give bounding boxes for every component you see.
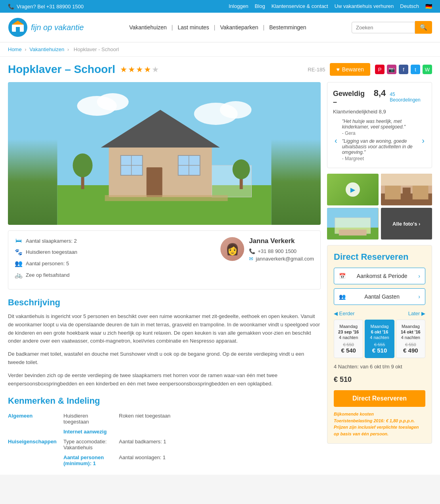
main-nav: Vakantiehuizen | Last minutes | Vakantie… (126, 23, 310, 32)
photo-thumb-video[interactable]: ▶ (327, 174, 379, 205)
nav-vakantiehuizen[interactable]: Vakantiehuizen (126, 23, 170, 32)
content: Hopklaver – Schoorl ★ ★ ★ ★ ★ RE-185 ♥ B… (0, 57, 440, 475)
aankomst-periode-button[interactable]: 📅 Aankomst & Periode › (334, 268, 425, 284)
bewaren-button[interactable]: ♥ Bewaren (330, 63, 370, 76)
page: Hopklaver – Schoorl ★ ★ ★ ★ ★ RE-185 ♥ B… (0, 57, 440, 475)
facebook-icon[interactable]: f (399, 65, 408, 74)
search-button[interactable]: 🔍 (415, 21, 432, 34)
contact-phone-line: 📞 +31 88 900 1500 (249, 248, 314, 254)
date-3-price-orig: € 550 (399, 342, 423, 347)
re-code: RE-185 (308, 67, 325, 73)
star-3: ★ (136, 65, 143, 74)
description-section: Beschrijving Dit vakantiehuis is ingeric… (8, 297, 321, 388)
kenmerken-huisdieren: Huisdieren toegestaan (63, 411, 119, 427)
breadcrumb-home[interactable]: Home (8, 46, 22, 52)
direct-reserve-button[interactable]: Direct Reserveren (334, 390, 425, 407)
header: fijn op vakantie Vakantiehuizen | Last m… (0, 13, 440, 42)
social-icons: P 📷 f t W (375, 65, 432, 74)
pinterest-icon[interactable]: P (375, 65, 385, 74)
kenmerken-empty-1 (119, 427, 321, 437)
later-button[interactable]: Later ▶ (408, 310, 425, 316)
feature-huisdieren: 🐾 Huisdieren toegestaan (15, 248, 212, 256)
property-features: 🛏 Aantal slaapkamers: 2 🐾 Huisdieren toe… (15, 237, 212, 283)
side-column: Geweldig – 8,4 45 Beoordelingen Klantvri… (327, 82, 432, 468)
eerder-button[interactable]: ◀ Eerder (334, 310, 355, 316)
logo[interactable]: fijn op vakantie (8, 17, 84, 37)
feature-personen-text: Aantal personen: 5 (26, 261, 69, 266)
review-1-author: - Gera (342, 130, 417, 136)
pets-icon: 🐾 (15, 248, 23, 256)
date-2-nights: 4 nachten (367, 335, 391, 340)
date-3-price-disc: € 490 (399, 347, 423, 354)
nav-deutsch[interactable]: Deutsch (400, 3, 419, 10)
kenmerken-type: Type accomodatie: Vakantiehuis (63, 437, 119, 452)
feature-personen: 👥 Aantal personen: 5 (15, 260, 212, 267)
breadcrumb-vakantiehuizen[interactable]: Vakantiehuizen (29, 46, 64, 52)
date-3-day: Maandag (399, 324, 423, 329)
svg-rect-18 (147, 167, 163, 197)
date-col-2[interactable]: Maandag 6 okt '16 4 nachten € 555 € 510 (365, 320, 394, 358)
photo-thumb-2[interactable] (381, 174, 432, 205)
play-button[interactable]: ▶ (346, 182, 360, 197)
star-2: ★ (128, 65, 135, 74)
nav-sep-3: | (263, 24, 265, 31)
contact-info: 👩 Janna Verkerk 📞 +31 88 900 1500 ✉ jann… (220, 237, 314, 283)
kenmerken-section: Kenmerken & Indeling Algemeen Huisdieren… (8, 396, 321, 468)
date-1-date: 23 sep '16 (337, 330, 360, 334)
contact-phone: +31 88 900 1500 (258, 248, 297, 254)
svg-point-24 (233, 159, 250, 179)
contact-phone-icon: 📞 (249, 248, 255, 254)
nav-sep-1: | (172, 24, 173, 31)
nav-klantenservice[interactable]: Klantenservice & contact (272, 3, 328, 10)
terrace-thumb (327, 208, 379, 240)
nav-verhuren[interactable]: Uw vakantiehuis verhuren (335, 3, 394, 10)
photo-thumb-3[interactable] (327, 208, 379, 240)
instagram-icon[interactable]: 📷 (387, 65, 396, 74)
feature-slaapkamers-text: Aantal slaapkamers: 2 (26, 238, 77, 244)
flag-icon: 🇩🇪 (425, 3, 432, 10)
contact-name: Janna Verkerk (249, 237, 314, 245)
svg-rect-27 (385, 186, 400, 199)
photo-all-photos[interactable]: Alle foto's › (381, 208, 432, 240)
top-bar: 📞 Vragen? Bel +31 88900 1500 Inloggen Bl… (0, 0, 440, 13)
gasten-label: Aantal Gasten (364, 293, 400, 300)
reviews-count[interactable]: 45 Beoordelingen (390, 92, 426, 103)
date-col-3[interactable]: Maandag 14 okt '16 4 nachten € 550 € 490 (396, 320, 425, 358)
phone-info: 📞 Vragen? Bel +31 88900 1500 (8, 4, 84, 10)
twitter-icon[interactable]: t (411, 65, 420, 74)
nav-bestemmingen[interactable]: Bestemmingen (266, 23, 309, 32)
nav-lastminutes[interactable]: Last minutes (174, 23, 212, 32)
review-next-button[interactable]: › (420, 136, 426, 145)
gasten-button[interactable]: 👥 Aantal Gasten › (334, 288, 425, 305)
whatsapp-icon[interactable]: W (423, 65, 432, 74)
kenmerken-table: Algemeen Huisdieren toegestaan Roken nie… (8, 411, 321, 468)
phone-label: Vragen? Bel +31 88900 1500 (17, 4, 84, 10)
reviews-header: Geweldig – 8,4 45 Beoordelingen (333, 88, 426, 106)
search-input[interactable] (352, 22, 415, 33)
guests-icon: 👥 (339, 293, 346, 300)
kenmerken-title: Kenmerken & Indeling (8, 396, 321, 406)
review-2-text: "Ligging van de woning, goede uitvalsbas… (342, 138, 417, 155)
review-text: "Het huisje was heerlijk, met kinderkame… (342, 119, 417, 162)
klantvriendelijkheid: Klantvriendelijkheid 8,9 (333, 109, 426, 115)
phone-icon: 📞 (8, 4, 14, 10)
bike-icon: 🚲 (15, 271, 23, 279)
breadcrumb: Home › Vakantiehuizen › Hopklaver - Scho… (0, 42, 440, 57)
review-prev-button[interactable]: ‹ (333, 136, 339, 145)
date-columns: Maandag 23 sep '16 4 nachten € 550 € 540… (334, 320, 425, 358)
main-photo[interactable] (8, 82, 321, 225)
date-2-price-disc: € 510 (367, 347, 391, 354)
nav-inloggen[interactable]: Inloggen (229, 3, 249, 10)
date-3-nights: 4 nachten (399, 335, 423, 340)
svg-point-6 (97, 93, 129, 111)
svg-rect-29 (402, 188, 410, 199)
nav-vakantieparken[interactable]: Vakantieparken (217, 23, 261, 32)
description-para-3: Verder bevinden zich op de eerste verdie… (8, 372, 321, 388)
kenmerken-badkamers: Aantal badkamers: 1 (119, 437, 321, 452)
nav-blog[interactable]: Blog (255, 3, 265, 10)
date-col-1[interactable]: Maandag 23 sep '16 4 nachten € 550 € 540 (334, 320, 363, 358)
logo-svg (8, 17, 28, 37)
reviews-label: Geweldig – (333, 90, 370, 106)
bijkomende-title: Bijkomende kosten (334, 412, 374, 416)
kenmerken-roken: Roken niet toegestaan (119, 411, 321, 427)
